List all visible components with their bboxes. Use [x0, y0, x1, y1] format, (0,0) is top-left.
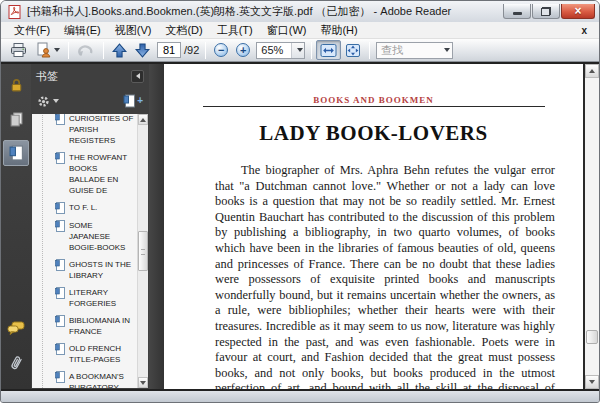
fit-width-icon	[320, 43, 337, 58]
security-tab[interactable]	[3, 72, 29, 98]
zoom-in-button[interactable]: +	[232, 40, 254, 60]
panel-scroll-down-button[interactable]	[138, 377, 148, 388]
bookmark-page-icon	[55, 259, 65, 271]
scroll-up-icon	[140, 118, 146, 122]
previous-view-button[interactable]	[73, 40, 99, 60]
main-area: 书签 +	[1, 62, 599, 391]
fit-width-button[interactable]	[316, 40, 341, 60]
menu-help[interactable]: 帮助(H)	[313, 22, 364, 39]
bookmark-item[interactable]: BIBLIOMANIA IN FRANCE	[55, 312, 135, 340]
menubar: 文件(F) 编辑(E) 视图(V) 文档(D) 工具(T) 窗口(W) 帮助(H…	[1, 22, 599, 39]
options-dropdown-caret[interactable]	[53, 99, 59, 103]
toolbar-separator	[68, 42, 69, 59]
find-input[interactable]	[377, 43, 439, 58]
bookmark-item[interactable]: A BOOKMAN'S PURGATORY	[55, 368, 135, 388]
panel-scroll-up-button[interactable]	[138, 114, 148, 125]
menu-edit[interactable]: 编辑(E)	[57, 22, 108, 39]
pages-tab[interactable]	[3, 106, 29, 132]
share-document-icon	[35, 42, 51, 58]
menu-tools[interactable]: 工具(T)	[210, 22, 260, 39]
comments-tab[interactable]	[3, 315, 29, 341]
body-text: The biographer of Mrs. Aphra Behn refute…	[215, 163, 555, 389]
previous-page-button[interactable]	[108, 40, 131, 60]
new-bookmark-button[interactable]: +	[123, 94, 143, 108]
zoom-dropdown-caret	[297, 48, 303, 52]
bookmarks-icon	[9, 145, 24, 161]
close-icon: ×	[574, 5, 581, 18]
zoom-out-icon: −	[214, 43, 228, 57]
menu-file[interactable]: 文件(F)	[7, 22, 57, 39]
toolbar-separator	[103, 42, 104, 59]
bookmark-page-icon	[55, 371, 65, 383]
doc-scroll-down-button[interactable]	[585, 375, 599, 389]
comments-icon	[7, 321, 25, 336]
bookmark-item[interactable]: OLD FRENCH TITLE-PAGES	[55, 340, 135, 368]
bookmark-page-icon	[55, 152, 65, 164]
adobe-reader-window: [书籍和书人].Books.and.Bookmen.(英)朗格.英文文字版.pd…	[0, 0, 600, 403]
bookmark-item[interactable]: THE ROWFANT BOOKS BALLADE EN GUISE DE	[55, 149, 135, 199]
bookmark-label: OLD FRENCH TITLE-PAGES	[69, 343, 135, 365]
menu-view[interactable]: 视图(V)	[108, 22, 159, 39]
bookmark-item[interactable]: LITERARY FORGERIES	[55, 284, 135, 312]
bookmark-page-icon	[55, 287, 65, 299]
zoom-in-icon: +	[236, 43, 250, 57]
print-button[interactable]	[6, 40, 31, 60]
menu-document[interactable]: 文档(D)	[158, 22, 209, 39]
bookmark-list: CURIOSITIES OF PARISH REGISTERS THE ROWF…	[32, 114, 148, 388]
next-page-button[interactable]	[131, 40, 154, 60]
bookmark-item[interactable]: SOME JAPANESE BOGIE-BOOKS	[55, 217, 135, 256]
bookmark-label: SOME JAPANESE BOGIE-BOOKS	[69, 220, 135, 253]
bookmark-item[interactable]: TO F. L.	[55, 199, 135, 217]
bookmark-label: BIBLIOMANIA IN FRANCE	[69, 315, 135, 337]
zoom-out-button[interactable]: −	[210, 40, 232, 60]
lock-icon	[9, 78, 24, 93]
zoom-dropdown-button[interactable]	[291, 43, 304, 58]
bookmark-item[interactable]: CURIOSITIES OF PARISH REGISTERS	[55, 114, 135, 149]
panel-scroll-track[interactable]	[138, 125, 148, 377]
pages-icon	[9, 112, 24, 127]
bookmarks-tab[interactable]	[3, 140, 29, 166]
paperclip-icon	[6, 351, 25, 372]
panel-splitter[interactable]	[149, 64, 164, 389]
panel-scrollbar[interactable]	[137, 114, 148, 388]
options-gear-icon[interactable]	[37, 95, 50, 108]
page-number-input[interactable]	[157, 42, 181, 58]
printer-icon	[10, 42, 27, 58]
bookmark-item[interactable]: GHOSTS IN THE LIBRARY	[55, 256, 135, 284]
restore-button[interactable]	[532, 4, 560, 19]
document-close-button[interactable]: x	[575, 25, 593, 36]
bookmark-label: LITERARY FORGERIES	[69, 287, 135, 309]
collapse-panel-button[interactable]	[131, 70, 144, 83]
window-bottom-frame	[1, 391, 599, 402]
menu-window[interactable]: 窗口(W)	[260, 22, 314, 39]
zoom-level-value: 65%	[257, 44, 291, 56]
page-total-label: /92	[184, 44, 199, 56]
toolbar-separator	[311, 42, 312, 59]
toolbar: /92 − + 65%	[1, 39, 599, 62]
doc-scroll-track[interactable]	[585, 78, 599, 375]
find-box	[376, 42, 453, 59]
navigation-rail	[1, 64, 31, 389]
doc-scroll-up-button[interactable]	[585, 64, 599, 78]
document-scrollbar[interactable]	[585, 64, 599, 389]
zoom-level-combobox[interactable]: 65%	[256, 42, 305, 59]
fit-page-button[interactable]	[341, 40, 365, 60]
collapse-left-icon	[136, 73, 140, 79]
plus-icon: +	[137, 97, 143, 105]
page-up-arrow-icon	[112, 43, 127, 58]
bookmark-label: THE ROWFANT BOOKS BALLADE EN GUISE DE	[69, 152, 135, 196]
share-button[interactable]	[31, 40, 64, 60]
minimize-button[interactable]	[503, 4, 531, 19]
close-button[interactable]: ×	[561, 4, 595, 19]
restore-icon	[541, 7, 551, 16]
panel-scroll-thumb[interactable]	[138, 231, 148, 271]
attachments-tab[interactable]	[3, 349, 29, 375]
find-dropdown-caret	[444, 48, 450, 52]
toolbar-separator	[205, 42, 206, 59]
document-page[interactable]: BOOKS AND BOOKMEN LADY BOOK-LOVERS The b…	[164, 64, 585, 389]
bookmarks-panel-toolbar: +	[31, 88, 149, 114]
doc-scroll-thumb[interactable]	[586, 330, 598, 344]
header-rule	[203, 106, 545, 107]
previous-view-icon	[77, 42, 95, 58]
find-dropdown-button[interactable]	[439, 43, 452, 58]
